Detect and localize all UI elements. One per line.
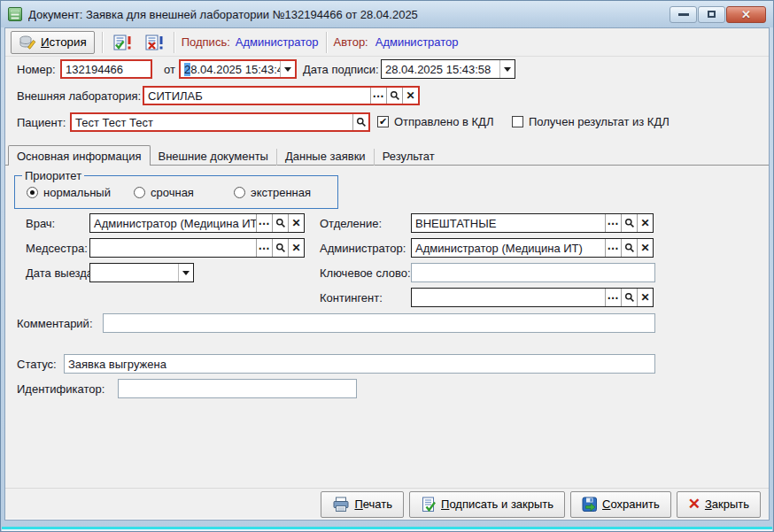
tab-request-data[interactable]: Данные заявки [277,149,375,166]
external-lab-field[interactable]: СИТИЛАБ ⋯ ✕ [143,86,420,105]
patient-field[interactable]: Тест Тест Тест [70,112,370,132]
doctor-value: Администратор (Медицина ИТ) [90,217,256,230]
visit-date-dropdown-button[interactable] [178,264,193,281]
sign-and-close-button[interactable]: Подписать и закрыть [409,491,565,518]
doctor-search-button[interactable] [272,214,288,232]
doctor-label: Врач: [26,217,55,230]
sign-date-dropdown-button[interactable] [499,60,515,78]
search-icon [275,218,286,228]
doctor-clear-button[interactable]: ✕ [288,214,304,232]
sign-date-value: 28.04.2025 15:43:58 [382,63,499,76]
minimize-icon [678,13,689,16]
external-lab-ellipsis-button[interactable]: ⋯ [370,88,386,104]
tab-main-info[interactable]: Основная информация [8,145,151,166]
department-ellipsis-button[interactable]: ⋯ [605,214,621,232]
date-from-value: 28.04.2025 15:43:45 [181,63,280,76]
print-button[interactable]: Печать [321,491,404,518]
patient-value: Тест Тест Тест [72,116,352,129]
minimize-button[interactable] [670,6,697,23]
administrator-label: Администратор: [320,242,406,255]
received-kdl-checkbox[interactable]: Получен результат из КДЛ [512,115,670,128]
history-button[interactable]: История [11,31,95,54]
external-lab-label: Внешняя лаборатория: [17,89,141,103]
close-button[interactable]: ✕ [726,6,766,23]
author-label: Автор: [334,35,368,49]
administrator-search-button[interactable] [621,239,637,257]
department-search-button[interactable] [621,214,637,232]
sign-document-button[interactable] [110,31,135,54]
sent-kdl-label: Отправлено в КДЛ [394,115,493,128]
department-field[interactable]: ВНЕШТАТНЫЕ ⋯ ✕ [411,213,654,233]
contingent-field[interactable]: ⋯ ✕ [411,288,654,307]
close-button-label: Закрыть [705,497,749,511]
comment-field[interactable] [103,313,655,333]
external-lab-value: СИТИЛАБ [144,89,370,103]
visit-date-combobox[interactable] [89,263,194,282]
administrator-clear-button[interactable]: ✕ [637,239,653,257]
contingent-clear-button[interactable]: ✕ [637,289,653,306]
print-button-label: Печать [354,497,392,511]
administrator-field[interactable]: Администратор (Медицина ИТ) ⋯ ✕ [411,238,654,258]
status-field[interactable]: Заявка выгружена [64,354,655,374]
priority-radio-normal[interactable]: нормальный [27,186,111,199]
nurse-field[interactable]: ⋯ ✕ [89,238,305,258]
contingent-search-button[interactable] [621,289,637,306]
sign-date-combobox[interactable]: 28.04.2025 15:43:58 [381,59,515,79]
toolbar-separator [102,32,103,53]
window-title: Документ: Заявка для внешней лаборатории… [28,8,670,21]
doctor-ellipsis-button[interactable]: ⋯ [256,214,272,232]
toolbar: История [5,28,769,57]
close-form-button[interactable]: ✕ Закрыть [677,491,761,518]
sent-kdl-checkbox[interactable]: ✔ Отправлено в КДЛ [377,115,493,128]
external-lab-search-button[interactable] [386,88,402,104]
priority-radio-urgent[interactable]: срочная [134,186,194,199]
nurse-clear-button[interactable]: ✕ [288,239,304,257]
unsign-document-button[interactable] [142,31,166,54]
patient-search-button[interactable] [352,114,368,130]
doctor-field[interactable]: Администратор (Медицина ИТ) ⋯ ✕ [89,213,305,233]
number-field[interactable]: 132194466 [60,59,152,79]
keyword-field[interactable] [411,263,655,282]
date-from-combobox[interactable]: 28.04.2025 15:43:45 [179,59,297,79]
tabstrip: Основная информация Внешние документы Да… [8,145,443,166]
search-icon [624,292,635,303]
document-window: Документ: Заявка для внешней лаборатории… [0,0,774,532]
printer-icon [332,497,350,513]
external-lab-clear-button[interactable]: ✕ [402,88,418,104]
nurse-ellipsis-button[interactable]: ⋯ [256,239,272,257]
contingent-ellipsis-button[interactable]: ⋯ [605,289,621,306]
client-area: История [4,27,770,520]
history-button-label: История [41,35,87,49]
maximize-button[interactable] [698,6,725,23]
status-value: Заявка выгружена [65,358,654,371]
tab-result[interactable]: Результат [375,149,443,166]
toolbar-separator [174,32,174,53]
sign-document-icon [421,497,437,513]
department-value: ВНЕШТАТНЫЕ [412,217,605,230]
identifier-field[interactable] [118,379,357,398]
save-button[interactable]: Сохранить [570,491,671,518]
radio-unselected-icon [234,187,245,198]
administrator-ellipsis-button[interactable]: ⋯ [605,239,621,257]
date-from-dropdown-button[interactable] [280,61,295,77]
toolbar-separator [326,32,327,53]
window-bottom-edge [2,529,772,531]
priority-radio-emergency[interactable]: экстренная [234,186,311,199]
save-button-label: Сохранить [602,497,660,511]
tab-external-documents[interactable]: Внешние документы [151,149,277,166]
unsign-cross-icon [144,34,164,51]
close-icon: ✕ [741,8,751,21]
nurse-search-button[interactable] [272,239,288,257]
number-label: Номер: [17,63,56,76]
radio-selected-icon [27,187,38,198]
identifier-label: Идентификатор: [17,382,104,396]
chevron-down-icon [504,67,511,72]
titlebar: Документ: Заявка для внешней лаборатории… [1,1,773,27]
sign-check-icon [112,34,132,51]
contingent-label: Контингент: [320,291,383,305]
nurse-label: Медсестра: [26,242,88,255]
search-icon [390,90,400,101]
sign-date-label: Дата подписи: [303,63,379,76]
window-controls: ✕ [670,6,766,23]
department-clear-button[interactable]: ✕ [637,214,653,232]
